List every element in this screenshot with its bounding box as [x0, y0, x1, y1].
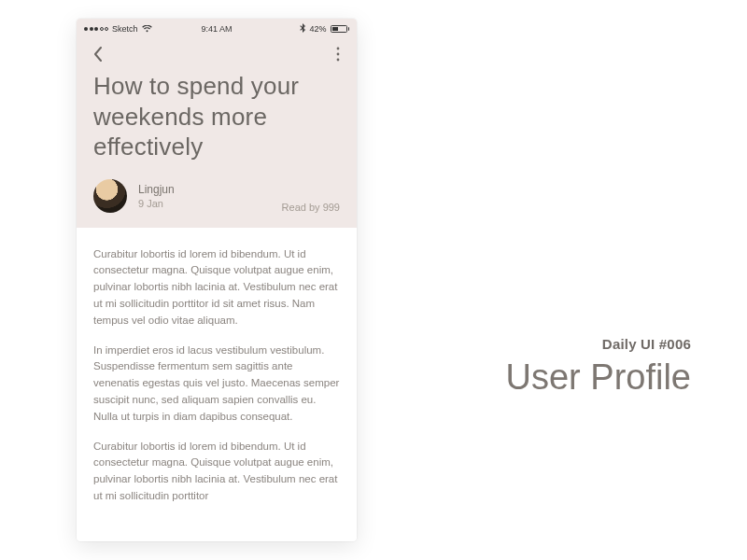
bluetooth-icon	[300, 23, 305, 35]
status-bar: Sketch 9:41 AM 42%	[77, 19, 357, 35]
phone-frame: Sketch 9:41 AM 42%	[77, 19, 357, 541]
wifi-icon	[142, 25, 152, 33]
read-count: Read by 999	[282, 202, 340, 213]
author-meta: Lingjun 9 Jan	[138, 183, 271, 209]
battery-icon	[331, 25, 350, 33]
svg-point-0	[337, 48, 340, 50]
presentation-title: User Profile	[506, 357, 692, 398]
chevron-left-icon	[93, 47, 103, 62]
battery-pct: 42%	[309, 24, 326, 34]
kicker-label: Daily UI #006	[506, 336, 692, 352]
article-header: How to spend your weekends more effectiv…	[77, 35, 357, 228]
article-body: Curabitur lobortis id lorem id bibendum.…	[77, 228, 357, 537]
signal-dots-icon	[84, 27, 108, 31]
status-left: Sketch	[84, 24, 152, 34]
author-name[interactable]: Lingjun	[138, 183, 271, 196]
more-vertical-icon	[336, 47, 340, 62]
article-date: 9 Jan	[138, 198, 271, 209]
svg-point-2	[337, 59, 340, 62]
article-paragraph: In imperdiet eros id lacus vestibulum ve…	[93, 343, 340, 426]
status-right: 42%	[300, 23, 349, 35]
more-button[interactable]	[317, 43, 340, 65]
article-title: How to spend your weekends more effectiv…	[93, 71, 340, 162]
author-row: Lingjun 9 Jan Read by 999	[93, 179, 340, 213]
svg-point-1	[337, 53, 340, 56]
back-button[interactable]	[93, 43, 116, 65]
nav-row	[93, 43, 340, 65]
presentation-labels: Daily UI #006 User Profile	[506, 336, 692, 398]
avatar[interactable]	[93, 179, 127, 213]
article-paragraph: Curabitur lobortis id lorem id bibendum.…	[93, 439, 340, 505]
carrier-label: Sketch	[112, 24, 138, 34]
article-paragraph: Curabitur lobortis id lorem id bibendum.…	[93, 246, 340, 329]
canvas: Sketch 9:41 AM 42%	[0, 0, 747, 560]
